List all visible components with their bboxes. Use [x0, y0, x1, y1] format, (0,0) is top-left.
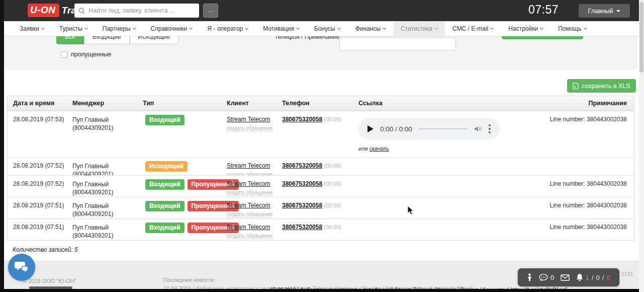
- cell-manager: Пуп Главный (80044309201): [72, 116, 113, 132]
- nav-item-nastroyki[interactable]: Настройки: [501, 21, 550, 36]
- filter-incoming-button[interactable]: Входящие: [84, 36, 130, 44]
- chevron-down-icon: [490, 26, 494, 29]
- chevron-down-icon: [540, 26, 543, 29]
- notif-count-green: 1: [586, 274, 589, 281]
- vertical-scrollbar[interactable]: [639, 0, 644, 292]
- kebab-menu-icon[interactable]: [489, 124, 491, 133]
- call-type-badge: Исходящий: [145, 161, 188, 172]
- create-request-link[interactable]: создать обращение: [227, 211, 272, 217]
- logo-badge: U-ON: [28, 4, 59, 17]
- main-nav: Заявки Туристы Партнеры Справочники Я - …: [0, 21, 644, 36]
- phone-link[interactable]: 380675320058: [282, 162, 322, 169]
- save-xls-label: сохранить в XLS: [582, 83, 630, 90]
- mail-button[interactable]: [561, 274, 570, 281]
- search-icon: [78, 8, 85, 14]
- call-duration: (00:00): [324, 163, 341, 169]
- create-request-link[interactable]: создать обращение: [227, 233, 272, 239]
- client-link[interactable]: Stream Telecom: [227, 202, 270, 209]
- create-request-link[interactable]: создать обращение: [227, 190, 272, 196]
- col-header-date: Дата и время: [13, 100, 54, 107]
- records-count: Количество записей: 5: [13, 246, 78, 253]
- phone-link[interactable]: 380675320058: [282, 116, 322, 123]
- support-chat-button[interactable]: [8, 254, 35, 281]
- filter-all-button[interactable]: Все: [56, 36, 84, 44]
- client-link[interactable]: Stream Telecom: [227, 162, 270, 169]
- nav-item-bonusy[interactable]: Бонусы: [307, 21, 348, 36]
- chevron-down-icon: [296, 26, 300, 29]
- save-xls-button[interactable]: x сохранить в XLS: [567, 79, 636, 93]
- cell-phone: 380675320058(00:00): [282, 180, 341, 187]
- download-line: или скачать: [358, 145, 389, 152]
- cell-client: Stream Telecom создать обращение: [227, 116, 272, 131]
- nav-item-turisty[interactable]: Туристы: [52, 21, 95, 36]
- quick-status-bar: 0 1 / 0 / 0: [518, 268, 619, 286]
- notif-count-red: 0: [606, 274, 610, 281]
- cell-date: 28.08.2019 (07:51): [13, 224, 64, 231]
- phone-link[interactable]: 380675320058: [282, 202, 322, 209]
- cell-phone: 380675320058(00:00): [282, 202, 341, 209]
- table-row: 28.08.2019 (07:51) Пуп Главный (80044309…: [8, 197, 634, 218]
- horizontal-scrollbar[interactable]: [29, 286, 72, 289]
- col-header-type: Тип: [143, 100, 154, 107]
- volume-icon[interactable]: [474, 125, 482, 132]
- copyright: © 2019 ООО "Ю-ОН": [23, 278, 76, 284]
- play-icon[interactable]: [367, 125, 374, 132]
- nav-item-spravochniki[interactable]: Справочники: [143, 21, 200, 36]
- scrollbar-thumb[interactable]: [639, 2, 643, 72]
- call-duration: (00:00): [324, 202, 341, 208]
- cell-date: 28.08.2019 (07:51): [13, 202, 64, 209]
- chat-bubbles-icon: [14, 260, 29, 274]
- online-users-button[interactable]: [527, 273, 532, 281]
- notifications-button[interactable]: 1 / 0 / 0: [576, 273, 610, 281]
- phone-link[interactable]: 380675320058: [282, 180, 322, 187]
- search-input[interactable]: [88, 7, 195, 14]
- direction-filter-group: Все Входящие Исходящие: [56, 36, 178, 44]
- calls-table: Дата и время Менеджер Тип Клиент Телефон…: [7, 96, 634, 241]
- chat-counter-button[interactable]: 0: [539, 274, 554, 281]
- cell-note: Line number: 380443002038: [550, 202, 627, 209]
- phone-link[interactable]: 380675320058: [282, 224, 322, 231]
- top-bar: U-ON Travel ... 07:57 Главный: [0, 0, 644, 21]
- nav-item-ya-operator[interactable]: Я - оператор: [200, 21, 255, 36]
- player-progress-bar[interactable]: [419, 128, 468, 129]
- col-header-client: Клиент: [227, 100, 249, 107]
- cell-phone: 380675320058(00:00): [282, 224, 341, 231]
- cell-date: 28.08.2019 (07:52): [13, 162, 64, 169]
- nav-item-finansy[interactable]: Финансы: [348, 21, 393, 36]
- cell-client: Stream Telecom создать обращение: [227, 180, 272, 196]
- call-type-badge: Входящий: [145, 223, 185, 233]
- global-search[interactable]: [74, 4, 199, 18]
- call-type-badge: Входящий: [145, 201, 185, 211]
- filter-search-button[interactable]: [502, 36, 583, 39]
- col-header-link: Ссылка: [358, 100, 383, 107]
- chevron-down-icon: [245, 26, 248, 29]
- col-header-note: Примечание: [588, 100, 627, 107]
- missed-checkbox[interactable]: [61, 51, 67, 58]
- call-duration: (00:05): [324, 116, 341, 122]
- create-request-link[interactable]: создать обращение: [227, 125, 272, 131]
- chevron-down-icon: [583, 26, 587, 29]
- phone-note-label: Телефон / Примечание:: [274, 36, 341, 40]
- nav-item-statistika[interactable]: Статистика: [393, 21, 445, 36]
- call-duration: (00:00): [324, 224, 341, 230]
- nav-item-partnery[interactable]: Партнеры: [95, 21, 143, 36]
- phone-note-input[interactable]: [339, 37, 456, 51]
- app-window: U-ON Travel ... 07:57 Главный Заявки Тур…: [0, 0, 644, 292]
- nav-item-pomosch[interactable]: Помощь: [550, 21, 594, 36]
- envelope-icon: [561, 274, 570, 281]
- search-more-button[interactable]: ...: [203, 4, 218, 18]
- filter-outgoing-button[interactable]: Исходящие: [130, 36, 179, 44]
- nav-item-sms-email[interactable]: СМС / E-mail: [445, 21, 501, 36]
- chevron-down-icon: [383, 26, 386, 29]
- account-menu-button[interactable]: Главный: [579, 4, 630, 18]
- download-link[interactable]: скачать: [370, 145, 389, 152]
- client-link[interactable]: Stream Telecom: [227, 116, 270, 123]
- chevron-down-icon: [189, 26, 193, 29]
- nav-item-motivatsiya[interactable]: Мотивация: [255, 21, 307, 36]
- call-type-badge: Входящий: [145, 115, 185, 125]
- client-link[interactable]: Stream Telecom: [227, 180, 270, 187]
- filters-panel: Все Входящие Исходящие пропущенные Телеф…: [4, 36, 637, 70]
- nav-item-zayavki[interactable]: Заявки: [12, 21, 52, 36]
- chevron-down-icon: [84, 26, 88, 29]
- client-link[interactable]: Stream Telecom: [227, 224, 270, 231]
